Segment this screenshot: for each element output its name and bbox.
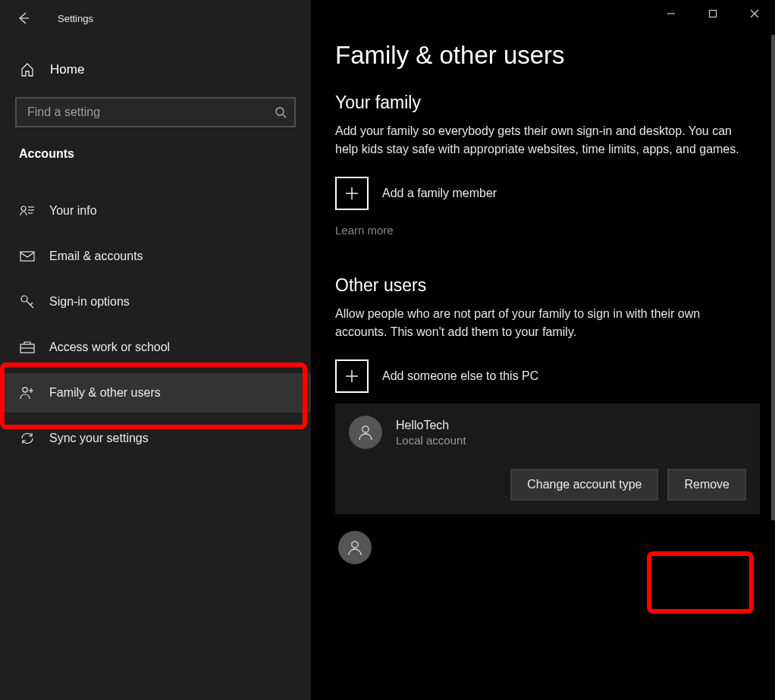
sidebar-item-label: Email & accounts [49,250,143,263]
sidebar-item-label: Sync your settings [49,432,149,445]
svg-point-24 [362,426,369,432]
avatar[interactable] [338,531,372,564]
sidebar-item-label: Sign-in options [49,295,130,309]
your-family-description: Add your family so everybody gets their … [335,122,752,159]
sidebar-nav: Your info Email & accounts Sign-in optio… [0,191,311,464]
key-icon [19,294,36,309]
sidebar-item-sync-settings[interactable]: Sync your settings [0,419,311,458]
sidebar-item-sign-in-options[interactable]: Sign-in options [0,282,311,322]
avatar [349,416,382,449]
svg-rect-11 [20,252,34,261]
person-card-icon [19,205,36,217]
search-box[interactable] [15,97,296,127]
your-family-heading: Your family [335,93,754,113]
svg-point-5 [276,108,284,115]
home-nav[interactable]: Home [0,49,311,91]
sidebar: Settings Home Accounts Your info [0,0,311,700]
user-actions: Change account type Remove [349,469,746,501]
window-controls [650,0,775,27]
sidebar-item-your-info[interactable]: Your info [0,191,311,231]
svg-line-6 [283,115,286,118]
learn-more-link[interactable]: Learn more [335,224,394,237]
other-users-description: Allow people who are not part of your fa… [335,305,752,341]
add-other-user-button[interactable]: Add someone else to this PC [335,359,754,393]
close-button[interactable] [733,0,775,27]
content-pane: Family & other users Your family Add you… [311,0,775,700]
sidebar-item-label: Access work or school [49,341,170,354]
other-users-heading: Other users [335,275,754,296]
sidebar-section-accounts: Accounts [0,143,311,167]
maximize-button[interactable] [692,0,733,27]
settings-window: Settings Home Accounts Your info [0,0,775,700]
home-label: Home [50,62,84,77]
svg-point-12 [21,296,27,302]
home-icon [20,62,35,77]
sidebar-item-family-other-users[interactable]: Family & other users [0,373,311,413]
mail-icon [19,251,36,262]
add-other-user-label: Add someone else to this PC [382,369,538,383]
svg-point-25 [352,541,358,548]
sidebar-item-label: Family & other users [49,386,161,400]
scrollbar[interactable] [771,35,775,520]
people-plus-icon [19,386,36,400]
titlebar: Settings [0,5,311,32]
plus-icon [335,359,369,393]
change-account-type-button[interactable]: Change account type [510,469,658,501]
window-title: Settings [58,13,93,24]
back-button[interactable] [17,11,30,25]
search-input[interactable] [26,105,275,120]
plus-icon [335,177,369,210]
minimize-button[interactable] [650,0,692,27]
page-title: Family & other users [335,41,754,70]
sidebar-item-email-accounts[interactable]: Email & accounts [0,237,311,276]
user-name: HelloTech [396,419,466,432]
user-card-header: HelloTech Local account [349,416,746,449]
svg-line-13 [27,301,33,308]
svg-point-17 [23,388,27,392]
add-family-label: Add a family member [382,187,497,200]
add-family-member-button[interactable]: Add a family member [335,177,754,210]
sync-icon [19,431,36,446]
svg-rect-1 [709,11,716,17]
search-icon [275,106,287,118]
sidebar-item-access-work-school[interactable]: Access work or school [0,328,311,367]
svg-line-14 [30,303,33,305]
user-card[interactable]: HelloTech Local account Change account t… [335,403,760,514]
remove-user-button[interactable]: Remove [667,469,746,501]
svg-point-7 [21,206,26,211]
briefcase-icon [19,341,36,353]
sidebar-item-label: Your info [49,204,97,218]
user-account-type: Local account [396,434,466,447]
